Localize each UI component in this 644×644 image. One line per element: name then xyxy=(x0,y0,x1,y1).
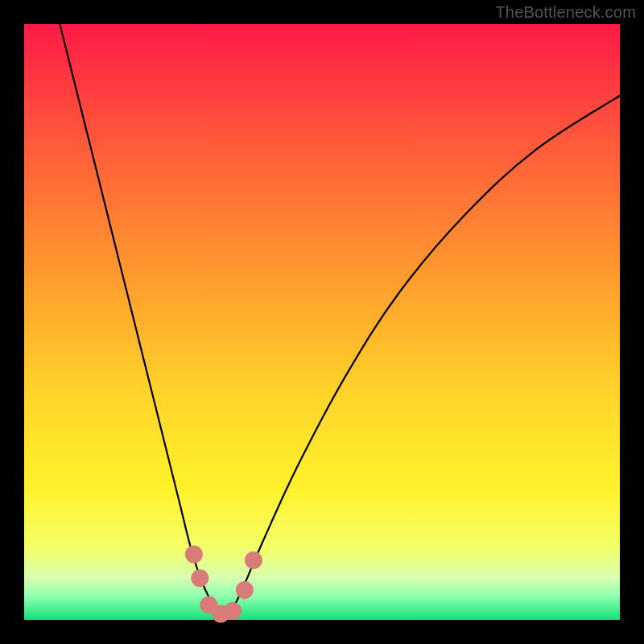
marker-dot xyxy=(224,602,242,620)
highlighted-range xyxy=(185,546,262,623)
marker-dot xyxy=(245,551,262,569)
marker-dot xyxy=(185,546,203,564)
bottleneck-curve xyxy=(60,24,620,617)
watermark-text: TheBottleneck.com xyxy=(495,3,636,22)
marker-dot xyxy=(191,569,208,587)
plot-area xyxy=(24,24,620,620)
bottleneck-chart xyxy=(24,24,620,620)
outer-frame: TheBottleneck.com xyxy=(0,0,644,644)
marker-dot xyxy=(236,581,254,599)
